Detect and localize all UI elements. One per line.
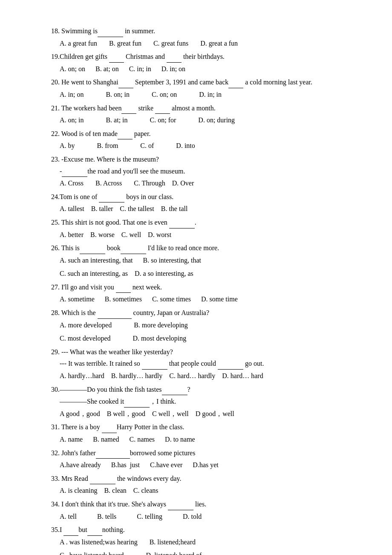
q29-options: A. hardly…hard B. hardly… hardly C. hard… [51,370,349,382]
q22-text: 22. Wood is of ten made paper. [51,128,349,140]
q35-options1: A . was listened;was hearing B. listened… [51,537,349,548]
q33-text: 33. Mrs Read the windows every day. [51,473,349,485]
question-33: 33. Mrs Read the windows every day. A. i… [51,473,349,496]
q20-options: A. in; on B. on; in C. on; on D. in; in [51,89,349,100]
q29-text1: 29. --- What was the weather like yester… [51,347,349,358]
q27-text: 27. I'll go and visit you next week. [51,282,349,293]
question-34: 34. I don't think that it's true. She's … [51,499,349,522]
question-30: 30.————Do you think the fish tastes ? ——… [51,384,349,419]
q31-options: A. name B. named C. names D. to name [51,434,349,445]
question-21: 21. The workers had been strike almost a… [51,103,349,126]
q34-options: A. tell B. tells C. telling D. told [51,511,349,522]
q19-options: A. on; on B. at; on C. in; in D. in; on [51,64,349,75]
q24-text: 24.Tom is one of boys in our class. [51,191,349,203]
q18-options: A. a great fun B. great fun C. great fun… [51,38,349,49]
q35-text: 35.I but nothing. [51,524,349,536]
q24-options: A. tallest B. taller C. the tallest B. t… [51,203,349,214]
q32-options: A.have already B.has just C.have ever D.… [51,460,349,471]
question-20: 20. He went to Shanghai September 3, 199… [51,77,349,100]
q23-text1: 23. -Excuse me. Where is the museum? [51,154,349,165]
q27-options: A. sometime B. sometimes C. some times D… [51,294,349,305]
q22-options: A. by B. from C. of D. into [51,140,349,151]
q18-text: 18. Swimming is in summer. [51,26,349,37]
q28-options2: C. most developed D. most developing [51,333,349,344]
question-18: 18. Swimming is in summer. A. a great fu… [51,26,349,49]
question-23: 23. -Excuse me. Where is the museum? - t… [51,154,349,189]
exam-content: 18. Swimming is in summer. A. a great fu… [51,26,349,555]
q25-text: 25. This shirt is not good. That one is … [51,217,349,228]
question-26: 26. This is book I'd like to read once m… [51,243,349,279]
q19-text: 19.Children get gifts Christmas and thei… [51,51,349,63]
question-28: 28. Which is the country, Japan or Austr… [51,307,349,344]
q30-options: A good，good B well，good C well，well D go… [51,408,349,419]
q32-text: 32. John's father borrowed some pictures [51,448,349,459]
q33-options: A. is cleaning B. clean C. cleans [51,485,349,496]
question-35: 35.I but nothing. A . was listened;was h… [51,524,349,555]
q28-text: 28. Which is the country, Japan or Austr… [51,307,349,319]
q26-options2: C. such an interesting, as D. a so inter… [51,268,349,279]
q30-text2: ————She cooked it ，I think. [51,396,349,408]
q20-text: 20. He went to Shanghai September 3, 199… [51,77,349,88]
question-27: 27. I'll go and visit you next week. A. … [51,282,349,305]
q21-options: A. on; in B. at; in C. on; for D. on; du… [51,115,349,126]
q23-text2: - the road and you'll see the museum. [51,166,349,177]
question-19: 19.Children get gifts Christmas and thei… [51,51,349,74]
question-25: 25. This shirt is not good. That one is … [51,217,349,240]
q30-text1: 30.————Do you think the fish tastes ? [51,384,349,396]
question-32: 32. John's father borrowed some pictures… [51,448,349,471]
q26-options1: A. such an interesting, that B. so inter… [51,255,349,266]
q21-text: 21. The workers had been strike almost a… [51,103,349,114]
question-31: 31. There is a boy Harry Potter in the c… [51,422,349,445]
question-24: 24.Tom is one of boys in our class. A. t… [51,191,349,214]
q35-options2: C . have listened; heard D. listened; he… [51,550,349,555]
q26-text: 26. This is book I'd like to read once m… [51,243,349,254]
q23-options: A. Cross B. Across C. Through D. Over [51,178,349,189]
q29-text2: --- It was terrible. It rained so that p… [51,358,349,370]
question-22: 22. Wood is of ten made paper. A. by B. … [51,128,349,151]
question-29: 29. --- What was the weather like yester… [51,347,349,382]
q31-text: 31. There is a boy Harry Potter in the c… [51,422,349,433]
q25-options: A. better B. worse C. well D. worst [51,229,349,240]
q28-options1: A. more developed B. more developing [51,320,349,331]
q34-text: 34. I don't think that it's true. She's … [51,499,349,510]
